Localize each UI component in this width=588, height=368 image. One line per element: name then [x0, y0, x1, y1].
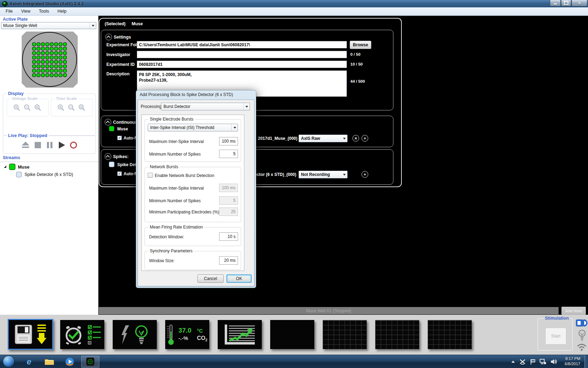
experiment-folder-field[interactable]: C:\Users\Temburni Lab\MUSE data\Jianli S…: [137, 41, 347, 48]
cancel-button[interactable]: Cancel: [197, 274, 224, 283]
enable-network-burst-checkbox[interactable]: [148, 173, 153, 178]
active-plate-select[interactable]: Muse Single-Well: [1, 22, 96, 29]
network-bursts-label: Network Bursts: [148, 164, 180, 169]
time-scale-label: Time Scale: [55, 96, 78, 101]
seb-method-select[interactable]: Inter-Spike Interval (ISI) Threshold: [148, 124, 238, 131]
seb-min-spikes-field[interactable]: 5: [219, 150, 238, 158]
menu-file[interactable]: File: [1, 7, 17, 15]
show-desktop-button[interactable]: [584, 355, 588, 368]
trend-chart-icon: [223, 324, 256, 346]
processing-select[interactable]: Burst Detector: [161, 103, 250, 110]
zoom-reset-icon[interactable]: [78, 104, 86, 112]
network-icon[interactable]: [539, 359, 546, 365]
tab-selected[interactable]: (Selected): [105, 21, 126, 26]
add-note-button[interactable]: Add Note: [561, 307, 586, 315]
lightbulb-status-icon[interactable]: [578, 329, 587, 341]
experiment-id-field[interactable]: 06082017d1: [137, 61, 347, 68]
stop-icon[interactable]: [34, 141, 42, 149]
continuous-format-value: AxIS Raw: [301, 136, 320, 141]
start-button[interactable]: [3, 356, 14, 367]
zoom-in-icon[interactable]: [13, 104, 21, 112]
pause-icon[interactable]: [46, 141, 54, 149]
volume-icon[interactable]: [550, 359, 557, 365]
alarm-clock-icon: [63, 324, 84, 345]
description-counter: 44 / 500: [350, 79, 365, 83]
collapse-continuous-icon[interactable]: [105, 119, 111, 125]
tray-device-icon[interactable]: [519, 359, 526, 365]
taskbar-axis-icon[interactable]: [81, 356, 99, 368]
continuous-filename: 2017d1_Muse_(000): [258, 136, 298, 141]
thermometer-icon: [167, 324, 174, 346]
zoom-in-icon[interactable]: [57, 104, 65, 112]
processing-value: Burst Detector: [163, 104, 190, 109]
taskbar-explorer-icon[interactable]: [41, 356, 57, 368]
net-min-electrodes-field[interactable]: 25: [219, 207, 238, 216]
chevron-down-icon: [231, 124, 238, 131]
stream-item-spike-detector[interactable]: Spike Detector (6 x STD): [0, 171, 98, 178]
close-button[interactable]: ×: [572, 0, 587, 6]
continuous-autoname-checkbox[interactable]: ✓: [117, 136, 122, 140]
download-arrow-icon: [37, 324, 47, 345]
window-size-field[interactable]: 20 ms: [219, 256, 238, 265]
net-max-isi-field[interactable]: 100 ms: [219, 184, 238, 192]
raster-grid-tile[interactable]: [375, 320, 419, 349]
continuous-format-select[interactable]: AxIS Raw: [299, 135, 348, 142]
collapse-settings-icon[interactable]: [105, 34, 112, 40]
zoom-out-icon[interactable]: [68, 104, 76, 112]
eject-icon[interactable]: [21, 141, 30, 149]
detection-window-field[interactable]: 10 s: [219, 232, 238, 241]
voltage-scale-label: Voltage Scale: [10, 96, 39, 101]
remove-stream-icon[interactable]: ×: [352, 135, 359, 142]
stream-item-muse[interactable]: Muse: [0, 163, 98, 171]
tree-expander-icon[interactable]: [3, 165, 7, 169]
app-icon: [2, 1, 8, 7]
environment-tile[interactable]: 37.0 °C -.-% CO2: [165, 320, 209, 349]
save-recording-tile[interactable]: [8, 319, 53, 350]
menu-help[interactable]: Help: [53, 7, 71, 15]
raster-grid-tile[interactable]: [428, 320, 472, 349]
stimulation-start-button[interactable]: Start: [545, 328, 566, 345]
tray-expand-icon[interactable]: [511, 360, 515, 363]
taskbar-media-player-icon[interactable]: [62, 356, 78, 368]
action-center-flag-icon[interactable]: [530, 359, 536, 365]
well-status-text: Muse Well A1 (Stopped): [306, 308, 351, 313]
add-stream-icon[interactable]: +: [362, 171, 368, 178]
spikes-format-select[interactable]: Not Recording: [299, 171, 348, 178]
net-min-spikes-field[interactable]: 5: [219, 196, 238, 205]
stimulation-label: Stimulation: [544, 316, 570, 321]
record-icon[interactable]: [69, 141, 78, 149]
taskbar-ie-icon[interactable]: e: [21, 356, 37, 368]
display-settings-icon[interactable]: [576, 319, 588, 327]
minimize-button[interactable]: [550, 0, 561, 6]
schedule-tile[interactable]: [60, 320, 104, 349]
active-plate-value: Muse Single-Well: [3, 23, 37, 28]
tab-muse[interactable]: Muse: [132, 21, 143, 26]
collapse-spikes-icon[interactable]: [105, 153, 111, 160]
blank-tile[interactable]: [270, 320, 314, 349]
raster-grid-tile[interactable]: [323, 320, 367, 349]
add-stream-icon[interactable]: +: [362, 135, 368, 142]
wifi-icon[interactable]: [576, 343, 587, 351]
dialog-title: Add Processing Block to Spike Detector (…: [140, 92, 233, 97]
menu-tools[interactable]: Tools: [35, 7, 53, 15]
time-scale-group: Time Scale: [51, 99, 93, 116]
spikes-autoname-checkbox[interactable]: ✓: [117, 171, 122, 176]
ok-button[interactable]: OK: [226, 274, 252, 283]
zoom-reset-icon[interactable]: [34, 104, 42, 112]
lightning-bolt-icon: [121, 325, 130, 344]
maximize-button[interactable]: [561, 0, 571, 6]
stimulation-tile[interactable]: [113, 320, 157, 349]
investigator-field[interactable]: [137, 51, 347, 58]
trend-chart-tile[interactable]: [218, 320, 262, 349]
active-plate-label: Active Plate: [3, 17, 28, 22]
zoom-out-icon[interactable]: [23, 104, 32, 112]
stream-root-label: Muse: [18, 164, 29, 170]
taskbar-clock[interactable]: 8:17 PM 6/8/2017: [565, 356, 580, 367]
seb-max-isi-field[interactable]: 100 ms: [219, 137, 238, 145]
synchrony-parameters-group: Synchrony Parameters Window Size: 20 ms: [145, 251, 241, 270]
play-icon[interactable]: [57, 141, 66, 149]
menu-view[interactable]: View: [17, 7, 35, 15]
dialog-body: Processing: Burst Detector Single Electr…: [138, 100, 254, 286]
continuous-stream-swatch: [109, 126, 114, 131]
browse-button[interactable]: Browse: [350, 41, 371, 49]
